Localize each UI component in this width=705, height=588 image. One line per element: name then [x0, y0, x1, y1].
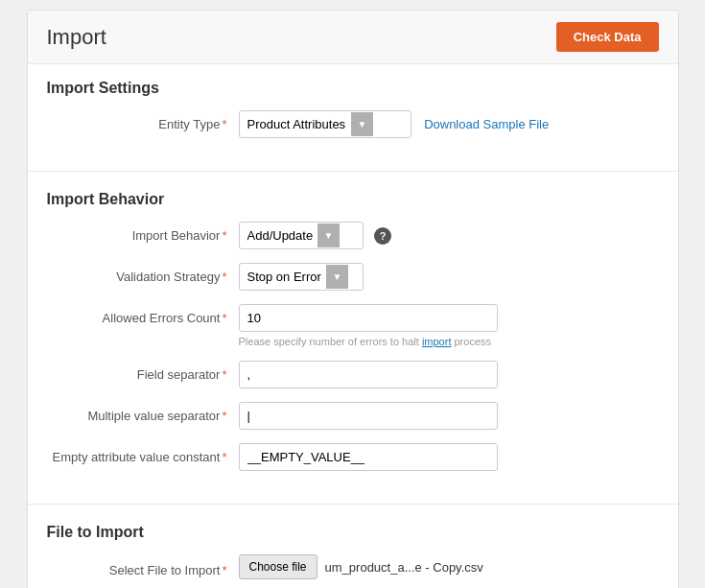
- multi-sep-label: Multiple value separator*: [47, 409, 239, 423]
- section-divider-2: [28, 504, 678, 505]
- entity-type-control: Product Attributes Products Customers ▼ …: [239, 110, 659, 138]
- behavior-control: Add/Update Replace Delete ▼ ?: [239, 222, 659, 249]
- multi-sep-row: Multiple value separator*: [47, 402, 659, 430]
- empty-attr-label: Empty attribute value constant*: [47, 450, 239, 464]
- page-header: Import Check Data: [28, 11, 678, 64]
- entity-type-select-wrapper[interactable]: Product Attributes Products Customers ▼: [239, 110, 411, 138]
- errors-label: Allowed Errors Count*: [47, 311, 239, 325]
- field-sep-row: Field separator*: [47, 361, 659, 388]
- select-file-label: Select File to Import*: [47, 563, 239, 577]
- empty-attr-input[interactable]: [239, 443, 498, 471]
- choose-file-button[interactable]: Choose file: [239, 554, 317, 579]
- behavior-select-wrapper[interactable]: Add/Update Replace Delete ▼: [239, 222, 364, 249]
- help-icon[interactable]: ?: [374, 227, 391, 245]
- entity-type-label: Entity Type*: [47, 117, 239, 131]
- select-file-row: Select File to Import* Choose file um_pr…: [47, 554, 659, 585]
- import-settings-title: Import Settings: [47, 80, 659, 97]
- entity-type-select[interactable]: Product Attributes Products Customers: [240, 111, 351, 137]
- multi-sep-input[interactable]: [239, 402, 498, 430]
- file-to-import-section: File to Import Select File to Import* Ch…: [28, 508, 678, 588]
- import-behavior-title: Import Behavior: [47, 191, 659, 208]
- strategy-select[interactable]: Stop on Error Skip on Error: [240, 264, 326, 290]
- entity-type-arrow: ▼: [351, 112, 374, 136]
- errors-input[interactable]: [239, 304, 498, 332]
- empty-attr-control: [239, 443, 659, 471]
- behavior-arrow: ▼: [317, 223, 341, 247]
- section-divider: [28, 171, 678, 172]
- entity-type-row: Entity Type* Product Attributes Products…: [47, 110, 659, 138]
- field-sep-label: Field separator*: [47, 367, 239, 382]
- strategy-arrow: ▼: [326, 265, 349, 289]
- behavior-row: Import Behavior* Add/Update Replace Dele…: [47, 222, 659, 249]
- strategy-label: Validation Strategy*: [47, 270, 239, 284]
- download-sample-link[interactable]: Download Sample File: [424, 117, 549, 131]
- dropdown-arrow-icon: ▼: [358, 119, 367, 129]
- file-input-row: Choose file um_product_a...e - Copy.csv: [239, 554, 659, 579]
- file-to-import-title: File to Import: [47, 524, 659, 541]
- strategy-control: Stop on Error Skip on Error ▼: [239, 263, 659, 291]
- strategy-row: Validation Strategy* Stop on Error Skip …: [47, 263, 659, 291]
- select-file-control: Choose file um_product_a...e - Copy.csv: [239, 554, 659, 585]
- check-data-button[interactable]: Check Data: [556, 22, 659, 52]
- behavior-label: Import Behavior*: [47, 228, 239, 243]
- dropdown-arrow-icon-2: ▼: [324, 230, 334, 241]
- import-behavior-section: Import Behavior Import Behavior* Add/Upd…: [28, 176, 678, 500]
- errors-control: [239, 304, 659, 332]
- main-container: Import Check Data Import Settings Entity…: [27, 10, 679, 588]
- page-title: Import: [47, 25, 106, 50]
- import-hint-link[interactable]: import: [422, 336, 452, 347]
- multi-sep-control: [239, 402, 659, 430]
- errors-row: Allowed Errors Count*: [47, 304, 659, 332]
- selected-file-name: um_product_a...e - Copy.csv: [325, 560, 483, 575]
- errors-hint: Please specify number of errors to halt …: [239, 336, 659, 347]
- import-settings-section: Import Settings Entity Type* Product Att…: [28, 64, 678, 167]
- empty-attr-row: Empty attribute value constant*: [47, 443, 659, 471]
- dropdown-arrow-icon-3: ▼: [333, 271, 342, 282]
- field-sep-input[interactable]: [239, 361, 498, 388]
- behavior-select[interactable]: Add/Update Replace Delete: [240, 223, 317, 248]
- field-sep-control: [239, 361, 659, 388]
- strategy-select-wrapper[interactable]: Stop on Error Skip on Error ▼: [239, 263, 364, 291]
